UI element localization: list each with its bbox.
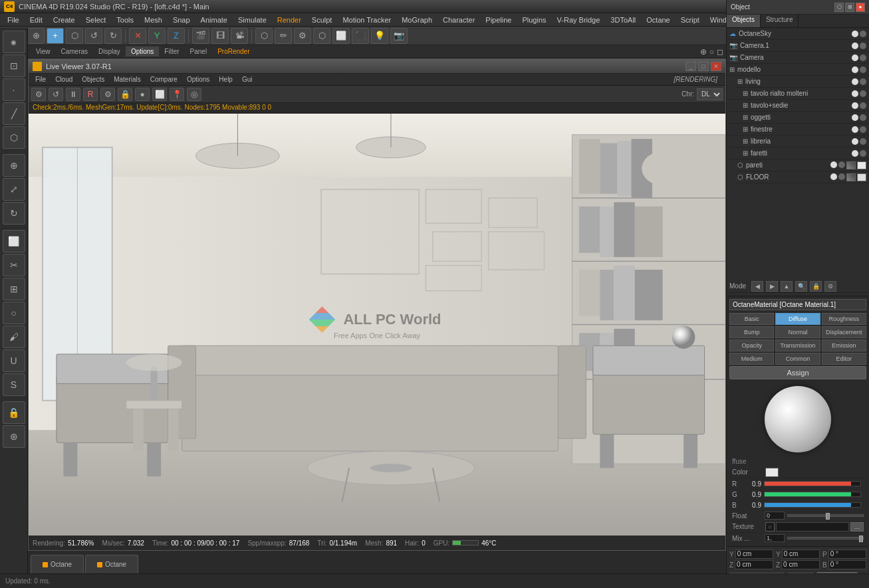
texture-tag[interactable]: ⬜ bbox=[332, 28, 350, 44]
obj-vis[interactable] bbox=[852, 66, 858, 73]
tool-lock[interactable]: 🔒 bbox=[3, 401, 25, 424]
obj-render[interactable] bbox=[860, 126, 866, 133]
lv-reset[interactable]: R bbox=[83, 88, 98, 101]
mat-tab-normal[interactable]: Normal bbox=[775, 326, 820, 338]
tool-knife[interactable]: ✂ bbox=[3, 254, 25, 276]
tab-options[interactable]: Options bbox=[126, 47, 159, 56]
tool-smooth[interactable]: S bbox=[3, 373, 25, 396]
menu-snap[interactable]: Snap bbox=[168, 15, 195, 25]
z2-coord-value[interactable]: 0 cm bbox=[781, 560, 820, 569]
rp-icon-1[interactable]: ⬡ bbox=[834, 3, 844, 12]
color-swatch[interactable] bbox=[765, 468, 779, 477]
lv-lock[interactable]: 🔒 bbox=[118, 88, 132, 101]
viewport-maximize[interactable]: ◻ bbox=[717, 47, 723, 56]
tab-structure[interactable]: Structure bbox=[761, 15, 799, 27]
mode-up[interactable]: ▲ bbox=[781, 281, 793, 292]
obj-camera[interactable]: 📷 Camera bbox=[727, 52, 869, 64]
texture-field[interactable] bbox=[776, 522, 849, 532]
camera-obj[interactable]: 📷 bbox=[390, 28, 408, 44]
float-slider[interactable] bbox=[787, 514, 864, 517]
y-axis[interactable]: Y bbox=[148, 28, 166, 44]
mat-tab-editor[interactable]: Editor bbox=[822, 353, 866, 365]
render-active[interactable]: 🎞 bbox=[211, 28, 229, 44]
menu-file[interactable]: File bbox=[3, 15, 24, 25]
obj-render[interactable] bbox=[860, 54, 866, 61]
mat-tab-medium[interactable]: Medium bbox=[729, 353, 774, 365]
tool-move[interactable]: ⊕ bbox=[3, 154, 25, 177]
obj-vis[interactable] bbox=[852, 102, 858, 109]
obj-render[interactable] bbox=[860, 31, 866, 37]
obj-render[interactable] bbox=[838, 161, 845, 168]
obj-vis[interactable] bbox=[852, 78, 858, 85]
obj-vis[interactable] bbox=[830, 173, 837, 180]
assign-button[interactable]: Assign bbox=[729, 366, 866, 379]
y-coord-value[interactable]: 0 cm bbox=[735, 549, 773, 559]
obj-render[interactable] bbox=[860, 90, 866, 97]
mode-lock[interactable]: 🔒 bbox=[810, 281, 822, 292]
obj-libreria[interactable]: ⊞ libreria bbox=[727, 136, 869, 147]
obj-render[interactable] bbox=[860, 138, 866, 145]
viewport-controls[interactable]: ⊕ bbox=[700, 47, 707, 56]
texture-link[interactable]: ○ bbox=[765, 522, 775, 532]
menu-simulate[interactable]: Simulate bbox=[233, 15, 271, 25]
mode-settings[interactable]: ⚙ bbox=[824, 281, 836, 292]
light-obj[interactable]: 💡 bbox=[371, 28, 388, 44]
menu-edit[interactable]: Edit bbox=[25, 15, 47, 25]
obj-tavolo-rialto[interactable]: ⊞ tavolo rialto molteni bbox=[727, 88, 869, 100]
obj-render[interactable] bbox=[860, 78, 866, 85]
obj-mat-preview2[interactable] bbox=[857, 173, 866, 181]
lv-pause[interactable]: ⏸ bbox=[66, 88, 80, 101]
spline-tool[interactable]: ⚙ bbox=[294, 28, 311, 44]
lv-maximize[interactable]: □ bbox=[698, 62, 709, 71]
obj-render[interactable] bbox=[860, 66, 866, 73]
r-channel-bar[interactable] bbox=[764, 481, 861, 486]
menu-create[interactable]: Create bbox=[49, 15, 80, 25]
obj-octanesky[interactable]: ☁ OctaneSky bbox=[727, 28, 869, 40]
lv-menu-materials[interactable]: Materials bbox=[110, 75, 145, 84]
menu-octane[interactable]: Octane bbox=[642, 15, 674, 25]
mat-tab-opacity[interactable]: Opacity bbox=[729, 340, 774, 351]
menu-animate[interactable]: Animate bbox=[196, 15, 232, 25]
obj-mat-preview[interactable] bbox=[857, 161, 866, 169]
lv-render-area[interactable]: ALL PC World Free Apps One Click Away bbox=[29, 114, 725, 536]
lv-pin[interactable]: 📍 bbox=[170, 88, 184, 101]
paint-tool[interactable]: ✏ bbox=[275, 28, 292, 44]
obj-pareti[interactable]: ⬡ pareti bbox=[735, 159, 869, 171]
lv-target[interactable]: ◎ bbox=[187, 88, 201, 101]
lv-close[interactable]: ✕ bbox=[711, 62, 721, 71]
obj-faretti[interactable]: ⊞ faretti bbox=[727, 147, 869, 159]
render-to-picture[interactable]: 🎬 bbox=[192, 28, 209, 44]
menu-3dtoall[interactable]: 3DToAll bbox=[606, 15, 640, 25]
obj-vis[interactable] bbox=[852, 90, 858, 97]
lv-menu-compare[interactable]: Compare bbox=[146, 75, 182, 84]
b-coord-value[interactable]: 0 ° bbox=[828, 560, 866, 569]
b-channel-bar[interactable] bbox=[764, 502, 861, 508]
viewport-zoom[interactable]: ○ bbox=[709, 47, 714, 56]
menu-tools[interactable]: Tools bbox=[112, 15, 138, 25]
mat-tab-emission[interactable]: Emission bbox=[822, 340, 866, 351]
lv-menu-objects[interactable]: Objects bbox=[78, 75, 108, 84]
mode-points[interactable]: · bbox=[3, 78, 25, 101]
rotate-tool[interactable]: ↺ bbox=[85, 28, 102, 44]
obj-render[interactable] bbox=[860, 43, 866, 49]
tab-display[interactable]: Display bbox=[93, 47, 126, 56]
tab-filter[interactable]: Filter bbox=[159, 47, 184, 56]
lv-menu-help[interactable]: Help bbox=[215, 75, 237, 84]
menu-sculpt[interactable]: Sculpt bbox=[307, 15, 337, 25]
obj-oggetti[interactable]: ⊞ oggetti bbox=[727, 112, 869, 124]
mat-tab-diffuse[interactable]: Diffuse bbox=[775, 313, 820, 325]
obj-floor[interactable]: ⬡ FLOOR bbox=[735, 171, 869, 183]
obj-camera1[interactable]: 📷 Camera.1 bbox=[727, 40, 869, 52]
tab-objects[interactable]: Objects bbox=[727, 15, 761, 27]
materials[interactable]: ⬛ bbox=[352, 28, 369, 44]
menu-mesh[interactable]: Mesh bbox=[140, 15, 167, 25]
tool-paint[interactable]: 🖌 bbox=[3, 326, 25, 348]
tool-extrude[interactable]: ⊞ bbox=[3, 278, 25, 300]
x-axis[interactable]: ✕ bbox=[129, 28, 146, 44]
mode-next[interactable]: ▶ bbox=[766, 281, 778, 292]
tab-panel[interactable]: Panel bbox=[185, 47, 213, 56]
menu-vray[interactable]: V-Ray Bridge bbox=[553, 15, 605, 25]
lv-minimize[interactable]: _ bbox=[685, 62, 696, 71]
obj-vis[interactable] bbox=[830, 161, 837, 168]
mat-tab-transmission[interactable]: Transmission bbox=[775, 340, 820, 351]
